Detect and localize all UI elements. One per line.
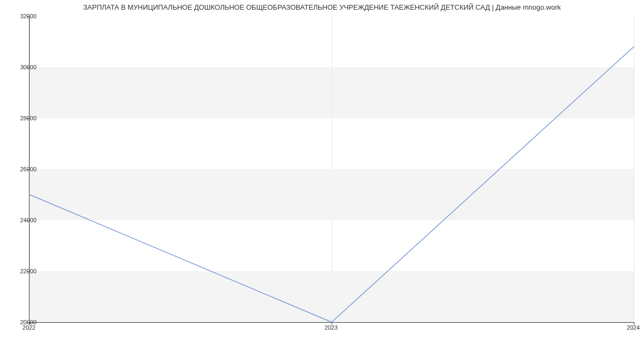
x-tick-label: 2024 [627, 324, 640, 331]
y-tick-label: 22000 [12, 268, 36, 274]
chart-title: ЗАРПЛАТА В МУНИЦИПАЛЬНОЕ ДОШКОЛЬНОЕ ОБЩЕ… [0, 3, 644, 11]
x-gridline [634, 16, 634, 322]
x-tick-label: 2023 [325, 324, 338, 331]
salary-line-chart: ЗАРПЛАТА В МУНИЦИПАЛЬНОЕ ДОШКОЛЬНОЕ ОБЩЕ… [0, 0, 644, 349]
line-series [30, 16, 634, 322]
y-tick-label: 26000 [12, 166, 36, 172]
y-tick-label: 20000 [12, 319, 36, 325]
y-tick-label: 24000 [12, 217, 36, 223]
y-tick-label: 28000 [12, 115, 36, 121]
y-tick-label: 30000 [12, 64, 36, 70]
y-tick-label: 32000 [12, 13, 36, 19]
plot-area [29, 16, 634, 323]
